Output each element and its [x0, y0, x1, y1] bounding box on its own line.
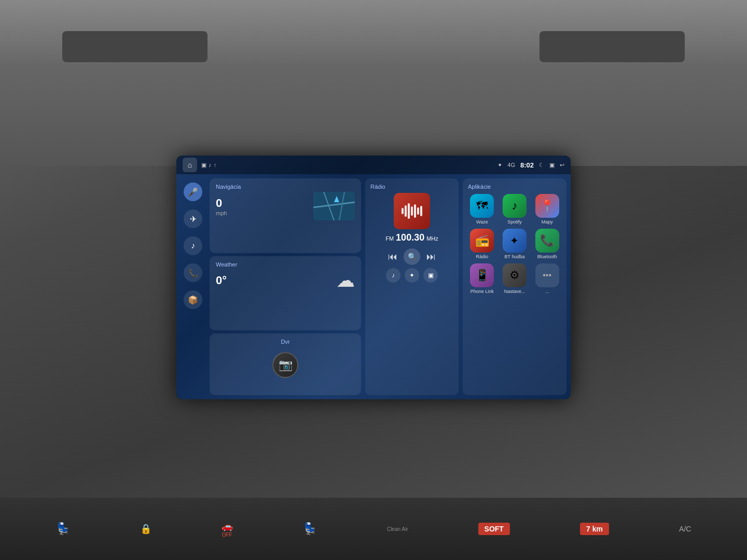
- dvr-widget[interactable]: Dvr 📷: [210, 333, 361, 395]
- seat-icon-right: 💺: [303, 522, 317, 536]
- wave-bar-2: [405, 205, 407, 217]
- nav-map[interactable]: [313, 192, 355, 220]
- weather-info: 0°: [216, 274, 227, 287]
- weather-content: 0° ☁: [216, 270, 355, 291]
- apps-widget: Aplikácie 🗺 Waze ♪ Spotify 📍: [463, 178, 566, 395]
- wave-bar-5: [414, 204, 416, 218]
- bluetooth-icon: ✦: [497, 162, 502, 169]
- weather-title: Weather: [216, 261, 355, 268]
- radio-title: Rádio: [370, 184, 385, 190]
- phone-button[interactable]: 📞: [184, 263, 202, 282]
- waze-label: Waze: [476, 219, 488, 225]
- radio-bluetooth-button[interactable]: ✦: [405, 268, 419, 283]
- navigation-widget[interactable]: Navigácia 0 mph: [210, 178, 361, 253]
- radio-fm-label: FM: [385, 235, 394, 242]
- radio-controls: ⏮ 🔍 ⏭: [388, 248, 436, 265]
- main-content: 🎤 ✈ ♪ 📞 📦 Navigácia 0 mp: [176, 174, 571, 399]
- app-radio[interactable]: 📻 Rádio: [468, 229, 496, 259]
- android-screen: ⌂ ▣ ♪ ↑ ✦ 4G 8:02 ☾ ▣ ↩: [176, 156, 571, 399]
- soft-label: SOFT: [485, 525, 504, 533]
- app-mapy[interactable]: 📍 Mapy: [533, 194, 561, 225]
- nav-info: 0 mph: [216, 197, 227, 216]
- seat-heat-left[interactable]: 💺: [56, 522, 70, 536]
- weather-widget[interactable]: Weather 0° ☁: [210, 256, 361, 331]
- status-left: ⌂ ▣ ♪ ↑: [183, 158, 216, 172]
- wave-bar-6: [417, 207, 419, 215]
- vent-area: [0, 0, 747, 166]
- weather-temp: 0°: [216, 274, 227, 287]
- home-button[interactable]: ⌂: [183, 158, 197, 172]
- app-btmusic[interactable]: ✦ BT hudba: [501, 229, 529, 259]
- dvr-title: Dvr: [281, 339, 289, 345]
- sound-wave: [402, 203, 422, 219]
- weather-cloud-icon: ☁: [336, 270, 355, 291]
- clean-air-label: Clean Air: [387, 526, 408, 532]
- radio-next-button[interactable]: ⏭: [426, 251, 436, 262]
- vent-right: [540, 31, 685, 62]
- radio-screen-button[interactable]: ▣: [423, 268, 438, 283]
- app-waze[interactable]: 🗺 Waze: [468, 194, 496, 225]
- network-status: 4G: [507, 162, 515, 168]
- spotify-icon: ♪: [503, 194, 527, 218]
- app-settings[interactable]: ⚙ Nastave...: [501, 263, 529, 294]
- back-icon[interactable]: ↩: [560, 162, 564, 169]
- seat-heat-right[interactable]: 💺: [303, 522, 317, 536]
- lock-button[interactable]: 🔒: [140, 523, 151, 535]
- screen-icon: ▣: [201, 162, 206, 169]
- upload-icon: ↑: [214, 162, 217, 168]
- seat-icon-left: 💺: [56, 522, 70, 536]
- spotify-label: Spotify: [507, 219, 522, 225]
- wave-bar-3: [408, 203, 410, 219]
- window-icon: ▣: [549, 162, 555, 169]
- apps-button[interactable]: 📦: [184, 290, 202, 309]
- nav-button[interactable]: ✈: [184, 209, 202, 228]
- dvr-cam-icon: 📷: [272, 352, 298, 378]
- mic-button[interactable]: 🎤: [184, 183, 202, 201]
- temp-value: SOFT: [478, 523, 510, 535]
- time-display: 8:02: [520, 161, 534, 169]
- app-bluetooth[interactable]: 📞 Bluetooth: [533, 229, 561, 259]
- off-label: OFF: [222, 532, 232, 538]
- more-icon: •••: [535, 263, 559, 287]
- apps-title: Aplikácie: [468, 184, 561, 190]
- status-bar: ⌂ ▣ ♪ ↑ ✦ 4G 8:02 ☾ ▣ ↩: [176, 156, 571, 174]
- car-icon: 🚗: [222, 521, 233, 532]
- car-control[interactable]: 🚗 OFF: [222, 521, 233, 538]
- nav-unit: mph: [216, 210, 227, 216]
- radio-note-button[interactable]: ♪: [386, 268, 400, 283]
- bluetooth-app-icon: 📞: [535, 229, 559, 253]
- music-button[interactable]: ♪: [184, 236, 202, 255]
- radio-freq-display: FM 100.30 MHz: [385, 232, 438, 243]
- bluetooth-label: Bluetooth: [537, 254, 557, 259]
- phonelink-label: Phone Link: [471, 289, 494, 294]
- ac-button[interactable]: A/C: [679, 525, 691, 533]
- app-phonelink[interactable]: 📱 Phone Link: [468, 263, 496, 294]
- btmusic-label: BT hudba: [505, 254, 525, 259]
- nav-widget-content: 0 mph: [216, 192, 355, 220]
- waze-icon: 🗺: [470, 194, 494, 218]
- settings-icon: ⚙: [503, 263, 527, 287]
- nav-speed: 0: [216, 197, 227, 210]
- wave-bar-1: [402, 208, 404, 214]
- music-icon: ♪: [209, 162, 212, 168]
- radio-prev-button[interactable]: ⏮: [388, 251, 397, 262]
- dashboard: Jófogás ⌂ ▣ ♪ ↑ ✦ 4G: [0, 0, 747, 560]
- speed-display: 7 km: [580, 523, 609, 535]
- app-spotify[interactable]: ♪ Spotify: [501, 194, 529, 225]
- app-more[interactable]: ••• ...: [533, 263, 561, 294]
- phonelink-icon: 📱: [470, 263, 494, 287]
- radio-app-icon: 📻: [470, 229, 494, 253]
- radio-app-label: Rádio: [476, 254, 489, 259]
- more-label: ...: [545, 289, 549, 294]
- lock-icon: 🔒: [140, 523, 151, 535]
- status-icons: ▣ ♪ ↑: [201, 162, 216, 169]
- apps-grid: 🗺 Waze ♪ Spotify 📍 Mapy 📻: [468, 194, 561, 294]
- radio-bottom-buttons: ♪ ✦ ▣: [386, 268, 438, 283]
- mapy-icon: 📍: [535, 194, 559, 218]
- btmusic-icon: ✦: [503, 229, 527, 253]
- radio-album-art: [394, 193, 430, 229]
- radio-search-button[interactable]: 🔍: [404, 248, 420, 265]
- widgets-area: Navigácia 0 mph: [210, 178, 361, 395]
- dvr-info: Dvr: [281, 339, 289, 347]
- wave-bar-4: [411, 206, 413, 216]
